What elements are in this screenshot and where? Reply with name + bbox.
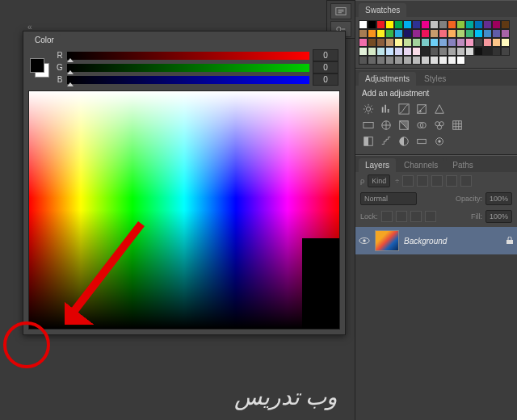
filter-adjust-icon[interactable] [417,175,428,187]
lock-all-icon[interactable] [425,211,436,222]
swatch[interactable] [394,38,403,47]
swatch[interactable] [376,20,385,29]
swatch[interactable] [376,29,385,38]
tab-color[interactable]: Color [28,34,61,46]
tab-adjustments[interactable]: Adjustments [359,72,416,86]
swatch[interactable] [368,56,376,65]
red-slider[interactable] [67,52,309,60]
swatch[interactable] [376,47,385,56]
exposure-icon[interactable] [415,103,428,115]
swatch[interactable] [394,20,403,29]
swatch[interactable] [385,56,394,65]
swatch[interactable] [403,20,412,29]
swatch[interactable] [412,56,421,65]
swatch[interactable] [492,20,501,29]
lock-pixels-icon[interactable] [396,211,407,222]
brightness-icon[interactable] [362,103,375,115]
swatch[interactable] [359,20,368,29]
swatch[interactable] [439,56,448,65]
color-spectrum[interactable] [28,90,340,330]
tab-layers[interactable]: Layers [359,158,396,172]
swatch[interactable] [359,47,368,56]
blend-mode-select[interactable]: Normal [360,192,417,205]
invert-icon[interactable] [362,136,375,147]
blue-value[interactable]: 0 [313,74,338,86]
swatch[interactable] [421,56,430,65]
selective-color-icon[interactable] [433,136,446,147]
blue-slider[interactable] [67,76,309,84]
swatch[interactable] [385,47,394,56]
threshold-icon[interactable] [397,136,410,147]
fill-value[interactable]: 100% [485,210,512,223]
swatch[interactable] [448,38,456,47]
swatch[interactable] [492,47,501,56]
swatch[interactable] [359,56,368,65]
green-value[interactable]: 0 [313,61,338,74]
green-slider[interactable] [67,64,309,72]
swatch[interactable] [448,29,456,38]
swatch[interactable] [430,38,439,47]
levels-icon[interactable] [380,103,393,115]
swatch[interactable] [376,38,385,47]
swatch[interactable] [465,20,474,29]
swatch[interactable] [501,29,510,38]
history-icon[interactable] [330,3,351,19]
swatch[interactable] [501,47,510,56]
swatch[interactable] [474,20,483,29]
swatch[interactable] [359,29,368,38]
lock-trans-icon[interactable] [381,211,393,222]
swatch[interactable] [465,29,474,38]
swatch[interactable] [501,38,510,47]
layer-row-background[interactable]: Background [355,227,517,254]
swatch[interactable] [368,20,376,29]
swatch[interactable] [465,38,474,47]
tab-swatches[interactable]: Swatches [359,3,406,17]
swatch[interactable] [483,38,492,47]
swatch[interactable] [385,38,394,47]
swatch[interactable] [456,20,465,29]
curves-icon[interactable] [397,103,410,115]
photo-filter-icon[interactable] [415,120,428,131]
swatch[interactable] [448,56,456,65]
swatch[interactable] [359,38,368,47]
swatch[interactable] [412,38,421,47]
swatch[interactable] [492,38,501,47]
tab-channels[interactable]: Channels [397,158,444,172]
swatch[interactable] [483,29,492,38]
channel-mixer-icon[interactable] [433,120,446,131]
swatch[interactable] [492,29,501,38]
swatch[interactable] [456,29,465,38]
swatch[interactable] [439,29,448,38]
filter-shape-icon[interactable] [446,175,457,187]
swatch[interactable] [474,38,483,47]
swatch[interactable] [430,47,439,56]
swatch[interactable] [421,47,430,56]
swatch[interactable] [430,29,439,38]
fg-bg-swatch[interactable] [30,58,49,78]
lookup-icon[interactable] [451,120,464,131]
swatch[interactable] [394,29,403,38]
swatch[interactable] [421,20,430,29]
swatch[interactable] [483,47,492,56]
layer-thumbnail[interactable] [375,230,399,251]
gradient-map-icon[interactable] [415,136,428,147]
visibility-icon[interactable] [359,237,370,245]
bw-icon[interactable] [397,120,410,131]
swatch[interactable] [439,38,448,47]
swatch[interactable] [430,56,439,65]
filter-pixel-icon[interactable] [402,175,414,187]
swatch[interactable] [421,29,430,38]
swatch[interactable] [465,47,474,56]
swatch[interactable] [456,47,465,56]
vibrance-icon[interactable] [433,103,446,115]
color-balance-icon[interactable] [380,120,393,131]
red-value[interactable]: 0 [313,49,338,61]
swatch[interactable] [368,38,376,47]
swatch[interactable] [474,29,483,38]
swatch[interactable] [412,47,421,56]
posterize-icon[interactable] [380,136,393,147]
swatch[interactable] [394,56,403,65]
swatch[interactable] [448,20,456,29]
filter-type-icon[interactable] [431,175,443,187]
swatch[interactable] [456,38,465,47]
